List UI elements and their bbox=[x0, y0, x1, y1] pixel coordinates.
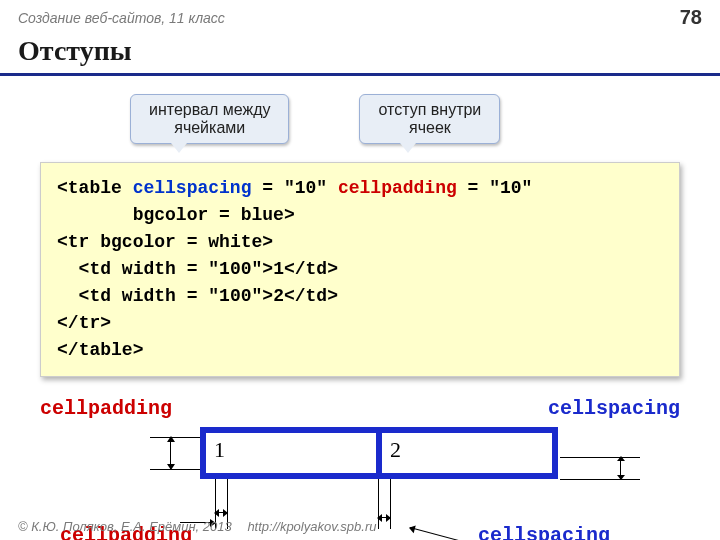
label-cellpadding-top: cellpadding bbox=[40, 397, 172, 420]
label-cellspacing-top: cellspacing bbox=[548, 397, 680, 420]
callout-cellpadding: отступ внутри ячеек bbox=[359, 94, 500, 144]
footer-link[interactable]: http://kpolyakov.spb.ru bbox=[247, 519, 376, 534]
dim-arrow bbox=[170, 437, 171, 469]
cell-1: 1 bbox=[206, 433, 376, 473]
dim-arrow bbox=[620, 457, 621, 479]
copyright: © К.Ю. Поляков, Е.А. Ерёмин, 2013 bbox=[18, 519, 232, 534]
dim-line bbox=[150, 469, 200, 470]
callout-cellspacing: интервал между ячейками bbox=[130, 94, 289, 144]
pointer-arrow bbox=[410, 527, 468, 540]
cell-2: 2 bbox=[382, 433, 552, 473]
dim-arrow bbox=[378, 517, 390, 518]
footer: © К.Ю. Поляков, Е.А. Ерёмин, 2013 http:/… bbox=[18, 519, 376, 534]
code-example: <table cellspacing = "10" cellpadding = … bbox=[40, 162, 680, 377]
dim-line bbox=[560, 479, 640, 480]
label-cellspacing-bottom: cellspacing bbox=[478, 524, 610, 540]
page-title: Отступы bbox=[0, 31, 720, 76]
dim-line bbox=[560, 457, 640, 458]
dim-arrow bbox=[215, 512, 227, 513]
course-label: Создание веб-сайтов, 11 класс bbox=[18, 10, 225, 26]
page-number: 78 bbox=[680, 6, 702, 29]
dim-line bbox=[150, 437, 200, 438]
example-table: 1 2 bbox=[200, 427, 558, 479]
